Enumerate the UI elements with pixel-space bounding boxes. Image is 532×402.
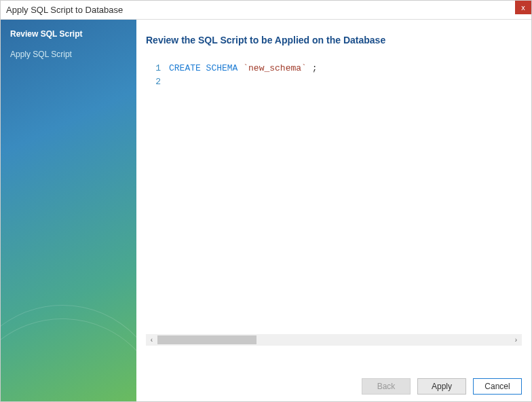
wizard-step-review[interactable]: Review SQL Script (1, 24, 136, 44)
sql-editor[interactable]: 1CREATE SCHEMA `new_schema` ;2 ‹ › (146, 62, 522, 346)
button-row: Back Apply Cancel (146, 346, 522, 395)
cancel-button[interactable]: Cancel (473, 378, 522, 395)
dialog-body: Review SQL Script Apply SQL Script Revie… (1, 20, 531, 401)
dialog-window: Apply SQL Script to Database x Review SQ… (0, 0, 532, 402)
code-line: 1CREATE SCHEMA `new_schema` ; (146, 62, 522, 75)
code-line: 2 (146, 75, 522, 89)
wizard-step-label: Review SQL Script (10, 29, 82, 39)
back-button: Back (362, 378, 411, 395)
wizard-step-apply[interactable]: Apply SQL Script (1, 44, 136, 65)
close-button[interactable]: x (515, 1, 531, 14)
code-token: `new_schema` (243, 63, 307, 73)
scroll-left-arrow-icon[interactable]: ‹ (146, 334, 157, 346)
window-title: Apply SQL Script to Database (6, 5, 123, 15)
code-token: CREATE SCHEMA (169, 63, 238, 73)
line-number: 2 (146, 75, 169, 89)
horizontal-scrollbar[interactable]: ‹ › (146, 334, 522, 346)
line-content: CREATE SCHEMA `new_schema` ; (169, 62, 317, 75)
line-number: 1 (146, 62, 169, 75)
scroll-track[interactable] (157, 334, 510, 346)
sql-editor-content: 1CREATE SCHEMA `new_schema` ;2 (146, 62, 522, 331)
titlebar: Apply SQL Script to Database x (1, 1, 531, 20)
code-token: ; (307, 63, 318, 73)
close-icon: x (521, 3, 525, 12)
scroll-right-arrow-icon[interactable]: › (510, 334, 522, 346)
panel-heading: Review the SQL Script to be Applied on t… (146, 25, 522, 62)
scroll-thumb[interactable] (157, 335, 256, 344)
wizard-step-label: Apply SQL Script (10, 50, 72, 59)
wizard-sidebar: Review SQL Script Apply SQL Script (1, 20, 136, 401)
apply-button[interactable]: Apply (417, 378, 466, 395)
main-panel: Review the SQL Script to be Applied on t… (136, 20, 531, 401)
